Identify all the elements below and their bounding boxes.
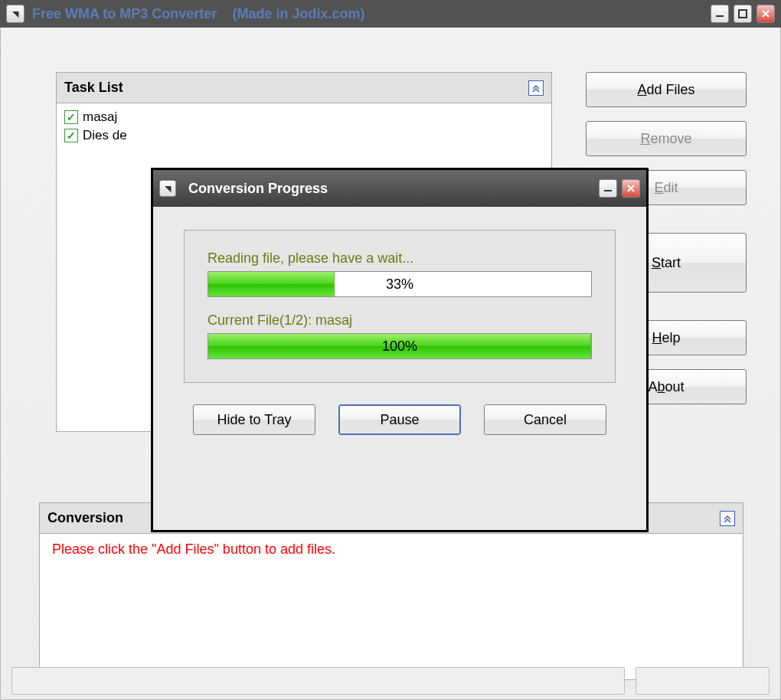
task-item[interactable]: ✓Dies de (64, 126, 544, 145)
hide-to-tray-button[interactable]: Hide to Tray (193, 404, 315, 435)
collapse-task-list-icon[interactable] (528, 80, 544, 96)
current-file-progress-bar: 100% (208, 333, 592, 359)
current-file-label: Current File(1/2): masaj (208, 312, 592, 329)
maximize-button[interactable] (734, 5, 752, 23)
task-checkbox[interactable]: ✓ (64, 129, 78, 142)
minimize-button[interactable] (711, 5, 729, 23)
dialog-button-row: Hide to Tray Pause Cancel (184, 404, 616, 435)
remove-button[interactable]: Remove (586, 121, 747, 156)
conversion-progress-dialog: ◥ Conversion Progress Reading file, plea… (151, 168, 649, 532)
app-title-sub: (Made in Jodix.com) (232, 6, 364, 21)
task-list-title: Task List (64, 80, 123, 96)
pause-button[interactable]: Pause (338, 404, 461, 435)
app-title: Free WMA to MP3 Converter (Made in Jodix… (32, 6, 364, 22)
conversion-hint: Please click the "Add Files" button to a… (52, 541, 730, 558)
overall-progress-bar: 33% (208, 271, 592, 297)
svg-rect-0 (716, 15, 724, 17)
collapse-conversion-icon[interactable] (720, 511, 735, 526)
task-checkbox[interactable]: ✓ (64, 110, 78, 124)
svg-rect-2 (604, 190, 612, 191)
cancel-button[interactable]: Cancel (484, 404, 606, 435)
status-pane-right (636, 667, 770, 695)
status-pane-left (11, 667, 625, 695)
current-file-progress-text: 100% (382, 339, 417, 355)
task-label: masaj (83, 110, 117, 125)
main-window: ◥ Free WMA to MP3 Converter (Made in Jod… (0, 0, 781, 700)
task-item[interactable]: ✓masaj (64, 108, 544, 126)
close-button[interactable] (756, 5, 775, 23)
task-label: Dies de (83, 128, 127, 143)
dialog-close-button[interactable] (622, 179, 640, 198)
add-files-button[interactable]: Add Files (586, 72, 747, 107)
status-bar (11, 667, 770, 695)
dialog-minimize-button[interactable] (599, 179, 617, 198)
progress-frame: Reading file, please have a wait... 33% … (184, 230, 616, 383)
system-menu-icon[interactable]: ◥ (6, 5, 25, 23)
dialog-titlebar[interactable]: ◥ Conversion Progress (153, 170, 646, 207)
client-area: Task List ✓masaj✓Dies de Add Files Remov… (0, 28, 781, 700)
overall-progress-label: Reading file, please have a wait... (208, 250, 592, 267)
dialog-body: Reading file, please have a wait... 33% … (153, 207, 646, 450)
app-title-main: Free WMA to MP3 Converter (32, 6, 217, 21)
conversion-body: Please click the "Add Files" button to a… (40, 534, 743, 679)
svg-rect-1 (739, 10, 747, 18)
main-titlebar: ◥ Free WMA to MP3 Converter (Made in Jod… (0, 0, 781, 28)
task-list-header: Task List (57, 73, 551, 103)
conversion-panel-title: Conversion (47, 510, 123, 526)
overall-progress-text: 33% (386, 276, 413, 293)
dialog-title: Conversion Progress (188, 181, 328, 197)
dialog-system-icon[interactable]: ◥ (159, 180, 176, 197)
